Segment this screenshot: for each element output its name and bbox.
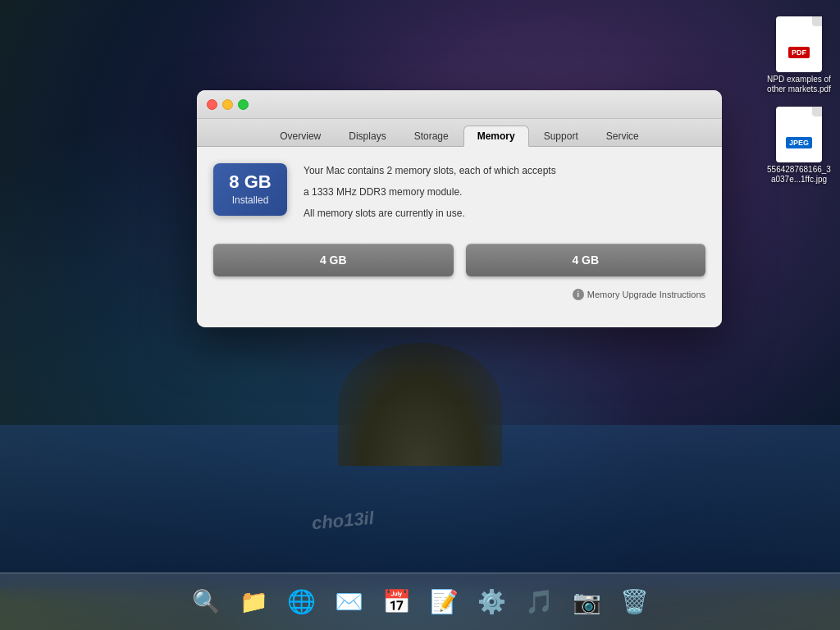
- pdf-icon: PDF: [776, 16, 822, 72]
- dock-icon-system-prefs[interactable]: ⚙️: [471, 582, 512, 623]
- upgrade-link-label: Memory Upgrade Instructions: [587, 290, 705, 299]
- tab-service[interactable]: Service: [593, 126, 652, 146]
- memory-installed-label: Installed: [226, 194, 274, 206]
- desktop-files-area: PDF NPD examples of other markets.pdf JP…: [766, 16, 832, 185]
- memory-description-3: All memory slots are currently in use.: [304, 206, 705, 221]
- tab-support[interactable]: Support: [531, 126, 591, 146]
- pdf-file-label: NPD examples of other markets.pdf: [766, 75, 832, 94]
- memory-slot-2[interactable]: 4 GB: [466, 244, 706, 276]
- memory-upgrade-link[interactable]: i Memory Upgrade Instructions: [213, 289, 705, 304]
- tab-displays[interactable]: Displays: [336, 126, 399, 146]
- dock-icon-photos[interactable]: 📷: [566, 582, 607, 623]
- dock-icon-music[interactable]: 🎵: [518, 582, 559, 623]
- memory-description-1: Your Mac contains 2 memory slots, each o…: [304, 163, 705, 178]
- pdf-file-icon[interactable]: PDF NPD examples of other markets.pdf: [766, 16, 832, 94]
- memory-size-value: 8 GB: [226, 173, 274, 191]
- dock-icon-calendar[interactable]: 📅: [376, 582, 417, 623]
- tab-overview[interactable]: Overview: [267, 126, 334, 146]
- memory-slots-row: 4 GB 4 GB: [213, 244, 705, 276]
- window-content: 8 GB Installed Your Mac contains 2 memor…: [197, 147, 722, 327]
- traffic-lights: [207, 99, 249, 110]
- jpeg-file-icon[interactable]: JPEG 556428768166_3a037e...1ffc.jpg: [766, 107, 832, 185]
- jpeg-file-label: 556428768166_3a037e...1ffc.jpg: [766, 165, 832, 185]
- about-this-mac-window: Overview Displays Storage Memory Support…: [197, 90, 722, 327]
- maximize-button[interactable]: [238, 99, 249, 110]
- info-icon: i: [573, 289, 584, 300]
- memory-layout: 8 GB Installed Your Mac contains 2 memor…: [213, 163, 705, 227]
- dock-icon-trash[interactable]: 🗑️: [614, 582, 655, 623]
- dock-icon-finder[interactable]: 🔍: [185, 582, 226, 623]
- memory-installed-badge: 8 GB Installed: [213, 163, 287, 216]
- memory-info-panel: Your Mac contains 2 memory slots, each o…: [304, 163, 705, 227]
- tab-storage[interactable]: Storage: [401, 126, 462, 146]
- dock: 🔍 📁 🌐 ✉️ 📅 📝 ⚙️ 🎵 📷 🗑️: [0, 573, 840, 630]
- close-button[interactable]: [207, 99, 217, 110]
- pdf-badge: PDF: [788, 47, 810, 58]
- jpeg-badge: JPEG: [786, 137, 812, 148]
- tab-memory[interactable]: Memory: [463, 126, 529, 147]
- jpeg-icon: JPEG: [776, 107, 822, 162]
- minimize-button[interactable]: [222, 99, 233, 110]
- dock-icon-mail[interactable]: ✉️: [328, 582, 369, 623]
- dock-icon-files[interactable]: 📁: [233, 582, 274, 623]
- island-bg: [338, 343, 502, 466]
- dock-icon-safari[interactable]: 🌐: [281, 582, 322, 623]
- window-titlebar: [197, 90, 722, 119]
- tabs-bar: Overview Displays Storage Memory Support…: [197, 119, 722, 147]
- memory-description-2: a 1333 MHz DDR3 memory module.: [304, 185, 705, 199]
- dock-icon-notes[interactable]: 📝: [423, 582, 464, 623]
- memory-slot-1[interactable]: 4 GB: [213, 244, 454, 276]
